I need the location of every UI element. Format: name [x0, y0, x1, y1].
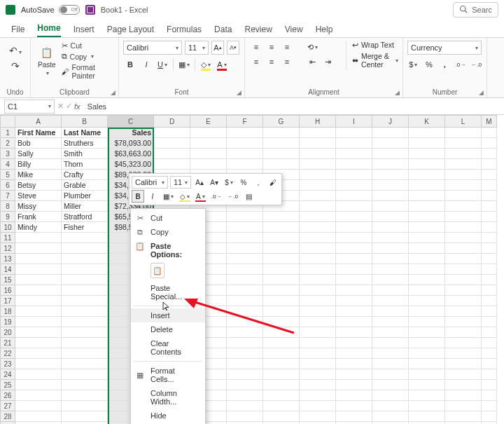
cell[interactable] [263, 338, 300, 348]
cell[interactable] [445, 306, 482, 317]
cell[interactable] [336, 128, 372, 138]
cell[interactable] [62, 380, 108, 390]
cell[interactable] [62, 285, 108, 296]
cell[interactable] [190, 138, 227, 149]
align-center-icon[interactable]: ≡ [265, 55, 279, 68]
cell[interactable]: Mike [15, 170, 62, 180]
cell[interactable] [300, 128, 336, 138]
cell[interactable] [300, 411, 336, 422]
cell[interactable] [409, 317, 445, 327]
row-header[interactable]: 26 [0, 390, 15, 401]
font-launcher-icon[interactable]: ◢ [237, 89, 241, 96]
cell[interactable] [154, 149, 190, 159]
cancel-formula-icon[interactable]: ✕ [57, 102, 64, 111]
cell[interactable] [482, 359, 497, 369]
cell[interactable] [263, 380, 300, 390]
cell[interactable] [227, 390, 263, 401]
font-size-select[interactable]: 11▾ [185, 41, 209, 55]
cell[interactable] [227, 149, 263, 159]
cell[interactable] [336, 201, 372, 212]
cell[interactable] [15, 243, 62, 254]
number-launcher-icon[interactable]: ◢ [479, 89, 484, 96]
mini-font-name[interactable]: Calibri▾ [132, 176, 168, 189]
cell[interactable]: Thorn [62, 159, 108, 170]
cell[interactable] [227, 285, 263, 296]
col-header[interactable]: H [300, 115, 336, 128]
cell[interactable] [227, 212, 263, 222]
cell[interactable] [300, 159, 336, 170]
cell[interactable] [336, 138, 372, 149]
cell[interactable] [227, 159, 263, 170]
cell[interactable] [62, 254, 108, 264]
mini-inc-decimal-icon[interactable]: .0→ [209, 190, 224, 203]
cell[interactable] [300, 243, 336, 254]
orientation-icon[interactable]: ⟲▾ [305, 41, 319, 53]
mini-accounting-icon[interactable]: $▾ [223, 176, 235, 189]
mini-borders-icon[interactable]: ▦▾ [161, 190, 176, 203]
cell[interactable] [300, 359, 336, 369]
cell[interactable] [300, 369, 336, 380]
cell[interactable] [263, 327, 300, 338]
cell[interactable] [62, 327, 108, 338]
mini-shrink-font-icon[interactable]: A▾ [208, 176, 220, 189]
row-header[interactable]: 13 [0, 254, 15, 264]
decrease-decimal-icon[interactable]: ←.0 [470, 57, 482, 71]
col-header[interactable]: C [108, 115, 154, 128]
mini-comma-icon[interactable]: , [252, 176, 265, 189]
accounting-format-icon[interactable]: $▾ [407, 57, 419, 71]
cell[interactable] [62, 275, 108, 285]
cell[interactable] [227, 275, 263, 285]
cell[interactable] [300, 327, 336, 338]
ctx-column-width[interactable]: Column Width... [131, 386, 205, 409]
cell[interactable] [409, 390, 445, 401]
tab-page-layout[interactable]: Page Layout [107, 25, 154, 37]
increase-decimal-icon[interactable]: .0→ [455, 57, 467, 71]
cell[interactable] [372, 159, 409, 170]
cell[interactable] [263, 264, 300, 275]
cell[interactable] [482, 411, 497, 422]
tab-insert[interactable]: Insert [74, 25, 94, 37]
tab-view[interactable]: View [285, 25, 303, 37]
cell[interactable] [15, 306, 62, 317]
cell[interactable]: First Name [15, 128, 62, 138]
cell[interactable]: Smith [62, 149, 108, 159]
cell[interactable] [409, 296, 445, 306]
cell[interactable] [336, 170, 372, 180]
cell[interactable] [409, 170, 445, 180]
col-header[interactable]: E [190, 115, 227, 128]
col-header[interactable]: G [263, 115, 300, 128]
cell[interactable] [15, 296, 62, 306]
cell[interactable] [372, 233, 409, 243]
row-header[interactable]: 27 [0, 401, 15, 411]
cell[interactable] [482, 401, 497, 411]
cell[interactable] [445, 201, 482, 212]
cell[interactable] [445, 275, 482, 285]
cell[interactable] [445, 138, 482, 149]
align-middle-icon[interactable]: ≡ [265, 41, 279, 53]
paste-button[interactable]: 📋 Paste ▾ [35, 41, 59, 81]
cell[interactable] [336, 254, 372, 264]
cell[interactable] [409, 191, 445, 201]
cell[interactable] [15, 317, 62, 327]
cell[interactable] [372, 170, 409, 180]
cell[interactable] [336, 285, 372, 296]
cell[interactable] [445, 159, 482, 170]
cell[interactable] [263, 254, 300, 264]
cell[interactable] [372, 243, 409, 254]
col-header[interactable]: K [409, 115, 445, 128]
cell[interactable]: Steve [15, 191, 62, 201]
cell[interactable] [336, 338, 372, 348]
cell[interactable] [154, 138, 190, 149]
cell[interactable] [445, 128, 482, 138]
cell[interactable] [409, 359, 445, 369]
cell[interactable] [336, 359, 372, 369]
cell[interactable] [482, 338, 497, 348]
cell[interactable] [15, 327, 62, 338]
cell[interactable] [482, 254, 497, 264]
cell[interactable] [62, 359, 108, 369]
cell[interactable] [372, 327, 409, 338]
cell[interactable] [227, 317, 263, 327]
cell[interactable]: Billy [15, 159, 62, 170]
cell[interactable] [445, 243, 482, 254]
cell[interactable] [15, 264, 62, 275]
